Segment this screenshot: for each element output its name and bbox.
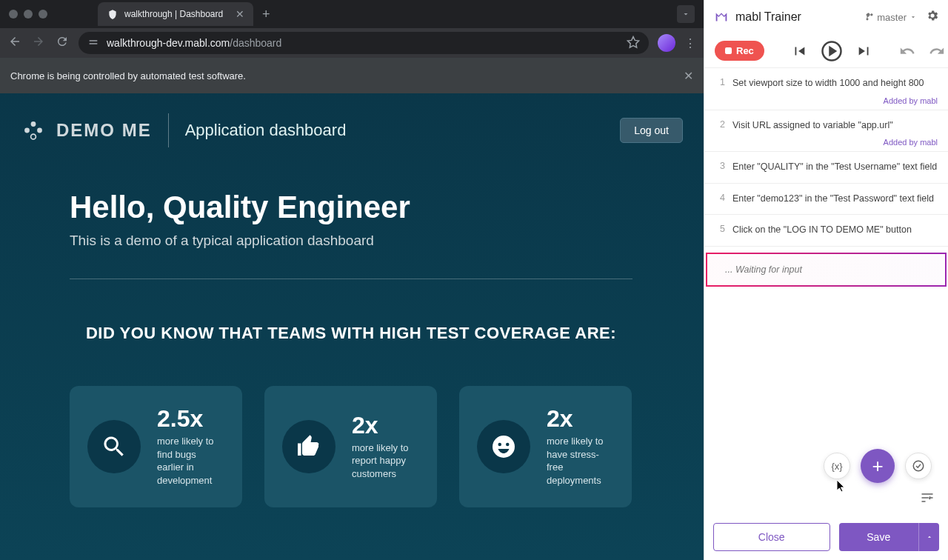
smile-icon [477, 420, 530, 473]
step-forward-icon[interactable] [856, 43, 872, 59]
automation-notice-text: Chrome is being controlled by automated … [10, 70, 246, 81]
stat-desc: more likely to find bugs earlier in deve… [157, 435, 224, 487]
branch-selector[interactable]: master [865, 12, 917, 23]
thumbs-up-icon [282, 420, 336, 473]
step-text: Click on the "LOG IN TO DEMO ME" button [732, 224, 938, 237]
new-tab-button[interactable]: + [262, 7, 270, 22]
tab-favicon-icon [107, 8, 118, 20]
step-number: 1 [712, 77, 725, 90]
step-row[interactable]: 1 Set viewport size to width 1000 and he… [704, 68, 948, 110]
stat-card-bugs: 2.5x more likely to find bugs earlier in… [70, 386, 242, 507]
stat-desc: more likely to have stress-free deployme… [547, 435, 614, 487]
browser-tab[interactable]: walkthrough | Dashboard ✕ [98, 2, 253, 26]
trainer-title: mabl Trainer [735, 10, 801, 24]
stat-value: 2x [547, 407, 614, 430]
step-text: Visit URL assigned to variable "app.url" [732, 119, 938, 133]
url-input[interactable]: walkthrough-dev.mabl.com/dashboard [79, 32, 649, 54]
step-text: Enter "demo123" in the "Test Password" t… [732, 193, 938, 206]
automation-notice-bar: Chrome is being controlled by automated … [0, 58, 704, 93]
tabs-dropdown-icon[interactable] [677, 5, 695, 23]
trainer-header: mabl Trainer master [704, 0, 948, 34]
window-max-dot[interactable] [39, 10, 47, 19]
logout-button[interactable]: Log out [620, 118, 683, 143]
step-text: Set viewport size to width 1000 and heig… [732, 77, 938, 90]
header-divider [168, 113, 169, 147]
profile-avatar[interactable] [658, 34, 675, 52]
magnifier-icon [87, 420, 141, 473]
record-label: Rec [736, 45, 754, 56]
step-row[interactable]: 4 Enter "demo123" in the "Test Password"… [704, 184, 948, 216]
url-domain: walkthrough-dev.mabl.com [107, 37, 230, 49]
bookmark-star-icon[interactable] [627, 36, 640, 51]
waiting-text: ... Waiting for input [725, 264, 802, 275]
svg-point-8 [913, 461, 924, 471]
browser-window: walkthrough | Dashboard ✕ + walkthrough-… [0, 0, 704, 560]
reload-button[interactable] [55, 35, 70, 51]
step-row[interactable]: 3 Enter "QUALITY" in the "Test Username"… [704, 152, 948, 184]
stat-desc: more likely to report happy customers [352, 441, 419, 481]
stat-card-customers: 2x more likely to report happy customers [264, 386, 437, 507]
did-you-know-heading: DID YOU KNOW THAT TEAMS WITH HIGH TEST C… [70, 324, 632, 343]
app-content: DEMO ME Application dashboard Log out He… [0, 93, 704, 560]
window-close-dot[interactable] [9, 10, 18, 19]
step-row[interactable]: 5 Click on the "LOG IN TO DEMO ME" butto… [704, 215, 948, 247]
demo-me-logo-icon [21, 118, 46, 143]
trainer-footer: {x} + Close Save [704, 493, 948, 560]
close-button[interactable]: Close [713, 523, 830, 551]
tune-icon[interactable] [920, 490, 935, 508]
address-bar: walkthrough-dev.mabl.com/dashboard ⋮ [0, 28, 704, 58]
tab-close-icon[interactable]: ✕ [236, 8, 244, 20]
stat-card-deploy: 2x more likely to have stress-free deplo… [459, 386, 632, 507]
hero-title: Hello, Quality Engineer [70, 190, 634, 225]
stat-value: 2.5x [157, 407, 224, 430]
dismiss-notice-icon[interactable]: ✕ [684, 69, 693, 83]
waiting-for-input[interactable]: ... Waiting for input [706, 253, 947, 287]
step-number: 3 [712, 161, 725, 174]
step-number: 5 [712, 224, 725, 237]
svg-point-4 [493, 436, 515, 458]
app-header: DEMO ME Application dashboard Log out [0, 93, 704, 167]
url-path: /dashboard [230, 37, 281, 49]
svg-point-0 [31, 121, 36, 127]
kebab-menu-icon[interactable]: ⋮ [684, 36, 696, 50]
tab-title: walkthrough | Dashboard [124, 9, 230, 19]
stat-row: 2.5x more likely to find bugs earlier in… [70, 386, 634, 507]
page-title: Application dashboard [185, 121, 347, 140]
step-number: 2 [712, 119, 725, 133]
play-icon[interactable] [821, 40, 843, 62]
settings-gear-icon[interactable] [926, 9, 939, 25]
save-button[interactable]: Save [839, 523, 919, 551]
brand-text: DEMO ME [56, 120, 152, 141]
forward-button[interactable] [31, 35, 46, 51]
undo-icon[interactable] [899, 43, 915, 59]
site-info-icon[interactable] [87, 36, 99, 50]
branch-name: master [877, 12, 907, 23]
step-tag: Added by mabl [884, 138, 938, 147]
add-step-fab[interactable]: + [861, 449, 895, 483]
title-bar: walkthrough | Dashboard ✕ + [0, 0, 704, 28]
trainer-toolbar: Rec [704, 34, 948, 68]
svg-point-3 [31, 134, 36, 139]
svg-point-2 [37, 128, 42, 133]
trainer-panel: mabl Trainer master Rec [704, 0, 948, 560]
hero-subtitle: This is a demo of a typical application … [70, 233, 634, 249]
variable-button[interactable]: {x} [824, 453, 850, 479]
assertion-button[interactable] [905, 453, 932, 479]
step-back-icon[interactable] [791, 43, 807, 59]
hero-divider [70, 279, 632, 279]
back-button[interactable] [7, 35, 22, 51]
redo-icon[interactable] [929, 43, 945, 59]
stat-value: 2x [352, 413, 419, 437]
record-button[interactable]: Rec [715, 41, 764, 61]
step-number: 4 [712, 193, 725, 206]
mabl-logo-icon [713, 9, 730, 25]
save-dropdown-button[interactable] [918, 523, 939, 551]
svg-point-6 [506, 443, 510, 447]
window-min-dot[interactable] [24, 10, 33, 19]
svg-point-5 [498, 443, 502, 447]
record-indicator-icon [725, 47, 732, 54]
step-text: Enter "QUALITY" in the "Test Username" t… [732, 161, 938, 174]
step-list: 1 Set viewport size to width 1000 and he… [704, 68, 948, 493]
step-row[interactable]: 2 Visit URL assigned to variable "app.ur… [704, 110, 948, 153]
step-tag: Added by mabl [884, 96, 938, 105]
